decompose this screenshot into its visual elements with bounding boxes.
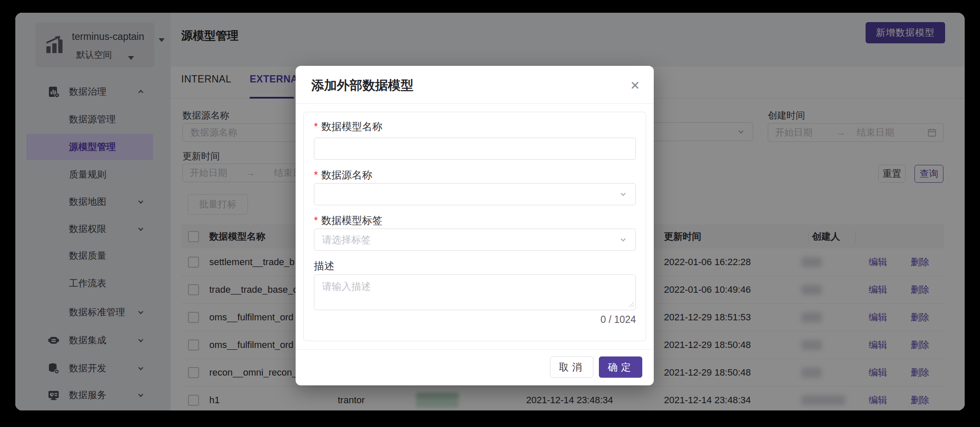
dialog-footer: 取消 确定 — [296, 349, 654, 386]
description-field[interactable] — [314, 274, 636, 310]
model-name-label: *数据模型名称 — [314, 120, 382, 133]
model-tag-select[interactable]: 请选择标签 — [314, 229, 636, 251]
dialog-title: 添加外部数据模型 — [311, 77, 413, 94]
description-label: 描述 — [314, 259, 334, 273]
dialog-form: *数据模型名称 *数据源名称 *数据模型标签 请选择标签 — [303, 112, 646, 341]
app-window: terminus-captain 默认空间 数据治理 数据源管理 源模型管理 质… — [15, 13, 965, 410]
model-tag-label: *数据模型标签 — [314, 214, 382, 227]
cancel-button[interactable]: 取消 — [550, 356, 593, 378]
chevron-down-icon — [618, 189, 628, 199]
required-mark: * — [314, 121, 318, 132]
required-mark: * — [314, 169, 318, 181]
model-name-input[interactable] — [322, 143, 628, 155]
confirm-button[interactable]: 确定 — [599, 356, 642, 378]
close-icon[interactable]: ✕ — [627, 77, 644, 94]
add-external-model-dialog: 添加外部数据模型 ✕ *数据模型名称 *数据源名称 *数据模型标签 — [296, 66, 654, 385]
description-textarea[interactable] — [314, 274, 636, 310]
char-counter: 0 / 1024 — [314, 314, 636, 325]
model-name-field[interactable] — [314, 138, 636, 160]
dialog-header: 添加外部数据模型 ✕ — [296, 66, 654, 104]
source-name-label: *数据源名称 — [314, 168, 372, 182]
tag-select-placeholder: 请选择标签 — [322, 233, 371, 246]
source-name-select[interactable] — [314, 183, 636, 205]
chevron-down-icon — [618, 235, 628, 244]
required-mark: * — [314, 215, 318, 226]
